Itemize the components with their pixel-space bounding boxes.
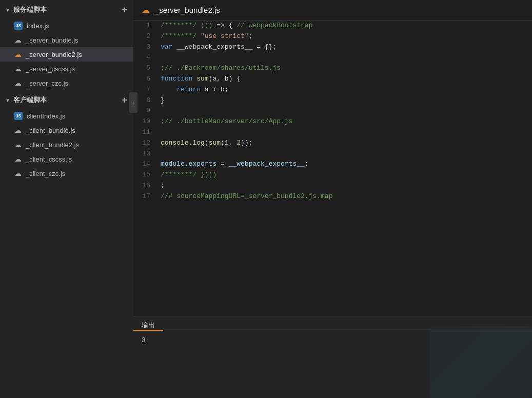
line-number: 3: [133, 42, 156, 53]
sidebar-item-label: _server_czc.js: [26, 79, 127, 87]
table-row: 17//# sourceMappingURL=_server_bundle2.j…: [133, 191, 532, 202]
line-content: /*******/ (() => { // webpackBootstrap: [156, 21, 532, 31]
table-row: 13: [133, 149, 532, 160]
output-value: 3: [142, 336, 146, 344]
line-number: 12: [133, 138, 156, 149]
table-row: 3var __webpack_exports__ = {};: [133, 42, 532, 53]
cloud-icon: ☁: [14, 79, 22, 87]
line-content: ;// ./Backroom/shares/utils.js: [156, 63, 532, 74]
sidebar-item-server-bundle2[interactable]: ☁ _server_bundle2.js: [0, 47, 133, 62]
line-content: console.log(sum(1, 2));: [156, 138, 532, 149]
line-content: var __webpack_exports__ = {};: [156, 42, 532, 53]
js-file-icon: JS: [14, 112, 23, 120]
line-number: 2: [133, 31, 156, 42]
line-number: 10: [133, 116, 156, 127]
server-triangle-icon: ▼: [5, 7, 10, 13]
cloud-orange-icon: ☁: [14, 50, 22, 58]
client-section-header[interactable]: ▼ 客户端脚本 +: [0, 90, 133, 109]
line-number: 17: [133, 191, 156, 202]
line-content: [156, 52, 532, 63]
code-table: 1/*******/ (() => { // webpackBootstrap2…: [133, 21, 532, 202]
client-add-button[interactable]: +: [122, 95, 127, 105]
server-section-label: 服务端脚本: [13, 5, 47, 14]
line-number: 1: [133, 21, 156, 31]
editor-filename: _server_bundle2.js: [155, 6, 220, 14]
line-content: ;: [156, 181, 532, 191]
cloud-icon: ☁: [14, 141, 22, 149]
table-row: 16;: [133, 181, 532, 191]
line-content: function sum(a, b) {: [156, 74, 532, 85]
sidebar-item-clientindex[interactable]: JS clientIndex.js: [0, 109, 133, 123]
line-content: return a + b;: [156, 85, 532, 95]
line-content: /*******/ })(): [156, 170, 532, 181]
cloud-icon: ☁: [14, 36, 22, 44]
table-row: 11: [133, 127, 532, 138]
sidebar-item-label: _server_cscss.js: [26, 65, 127, 73]
client-triangle-icon: ▼: [5, 97, 10, 103]
sidebar-item-label: _server_bundle.js: [26, 36, 127, 44]
line-number: 6: [133, 74, 156, 85]
line-number: 16: [133, 181, 156, 191]
output-label: 输出: [142, 321, 155, 329]
line-number: 4: [133, 52, 156, 63]
js-file-icon: JS: [14, 22, 23, 30]
line-number: 5: [133, 63, 156, 74]
output-panel: 输出 3: [133, 316, 532, 398]
line-content: ;// ./bottleMan/server/src/App.js: [156, 116, 532, 127]
table-row: 2/*******/ "use strict";: [133, 31, 532, 42]
cloud-icon: ☁: [14, 155, 22, 163]
sidebar-item-client-cscss[interactable]: ☁ _client_cscss.js: [0, 152, 133, 166]
main-panel: ‹ ☁ _server_bundle2.js 1/*******/ (() =>…: [133, 0, 532, 398]
client-section-label: 客户端脚本: [13, 95, 47, 105]
sidebar-item-label: _client_bundle2.js: [26, 141, 127, 149]
sidebar: ▼ 服务端脚本 + JS index.js ☁ _server_bundle.j…: [0, 0, 133, 398]
table-row: 7 return a + b;: [133, 85, 532, 95]
sidebar-item-server-czc[interactable]: ☁ _server_czc.js: [0, 76, 133, 90]
table-row: 15/*******/ })(): [133, 170, 532, 181]
sidebar-item-label: index.js: [27, 22, 127, 30]
line-content: [156, 149, 532, 160]
server-section-header[interactable]: ▼ 服务端脚本 +: [0, 0, 133, 18]
sidebar-item-label: clientIndex.js: [27, 112, 127, 120]
cloud-icon: ☁: [14, 65, 22, 73]
line-content: module.exports = __webpack_exports__;: [156, 159, 532, 170]
table-row: 8}: [133, 95, 532, 106]
table-row: 4: [133, 52, 532, 63]
file-cloud-icon: ☁: [142, 5, 150, 15]
output-background-decoration: [429, 326, 532, 398]
sidebar-item-index-js[interactable]: JS index.js: [0, 18, 133, 33]
sidebar-item-client-czc[interactable]: ☁ _client_czc.js: [0, 166, 133, 181]
table-row: 1/*******/ (() => { // webpackBootstrap: [133, 21, 532, 31]
file-header: ☁ _server_bundle2.js: [133, 0, 532, 21]
output-tab[interactable]: 输出: [133, 316, 163, 331]
sidebar-item-client-bundle2[interactable]: ☁ _client_bundle2.js: [0, 137, 133, 152]
line-number: 14: [133, 159, 156, 170]
table-row: 10;// ./bottleMan/server/src/App.js: [133, 116, 532, 127]
sidebar-item-label: _client_cscss.js: [26, 155, 127, 163]
cloud-icon: ☁: [14, 169, 22, 177]
server-add-button[interactable]: +: [122, 5, 127, 14]
sidebar-item-server-bundle[interactable]: ☁ _server_bundle.js ···: [0, 33, 133, 47]
line-content: /*******/ "use strict";: [156, 31, 532, 42]
code-editor[interactable]: 1/*******/ (() => { // webpackBootstrap2…: [133, 21, 532, 316]
line-number: 13: [133, 149, 156, 160]
line-content: }: [156, 95, 532, 106]
line-content: [156, 106, 532, 116]
table-row: 12console.log(sum(1, 2));: [133, 138, 532, 149]
table-row: 9: [133, 106, 532, 116]
sidebar-item-label: _client_bundle.js: [26, 127, 127, 134]
sidebar-item-server-cscss[interactable]: ☁ _server_cscss.js: [0, 62, 133, 76]
line-content: [156, 127, 532, 138]
line-number: 15: [133, 170, 156, 181]
table-row: 6function sum(a, b) {: [133, 74, 532, 85]
line-content: //# sourceMappingURL=_server_bundle2.js.…: [156, 191, 532, 202]
line-number: 11: [133, 127, 156, 138]
sidebar-item-client-bundle[interactable]: ☁ _client_bundle.js: [0, 123, 133, 137]
cloud-icon: ☁: [14, 126, 22, 134]
sidebar-collapse-button[interactable]: ‹: [129, 92, 137, 113]
sidebar-item-label: _client_czc.js: [26, 170, 127, 177]
sidebar-item-label: _server_bundle2.js: [26, 51, 127, 58]
table-row: 5;// ./Backroom/shares/utils.js: [133, 63, 532, 74]
table-row: 14module.exports = __webpack_exports__;: [133, 159, 532, 170]
